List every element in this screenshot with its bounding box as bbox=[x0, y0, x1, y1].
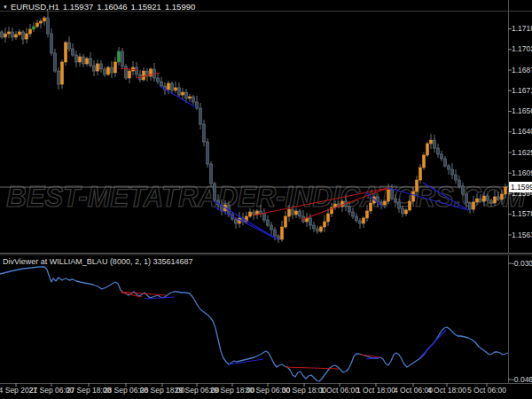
price-axis-label: 1.16095 bbox=[512, 169, 532, 177]
time-axis-label: 5 Oct 06:00 bbox=[467, 387, 506, 395]
ohlc-low: 1.15921 bbox=[131, 2, 161, 12]
symbol-ohlc-header: ▼EURUSD,H11.159371.160461.159211.15990 bbox=[3, 2, 199, 12]
time-axis-label: 4 Oct 18:00 bbox=[427, 387, 466, 395]
indicator-axis-label: -0.0303 bbox=[512, 260, 532, 268]
time-axis-label: 1 Oct 18:00 bbox=[356, 387, 395, 395]
indicator-title: DivViewer at WILLIAM_BLAU (8000, 2, 1) 3… bbox=[3, 257, 192, 266]
indicator-axis-label: -0.0462 bbox=[512, 376, 532, 384]
chart-canvas[interactable] bbox=[0, 0, 532, 399]
price-axis-label: 1.16405 bbox=[512, 128, 532, 136]
price-axis-label: 1.16250 bbox=[512, 149, 532, 157]
price-axis-label: 1.17180 bbox=[512, 25, 532, 33]
time-axis-label: 1 Oct 06:00 bbox=[320, 387, 359, 395]
price-axis-label: 1.16560 bbox=[512, 107, 532, 115]
ohlc-close: 1.15990 bbox=[165, 2, 195, 12]
price-axis-label: 1.16715 bbox=[512, 87, 532, 95]
mt4-chart-window: BEST-METATRADER-INDICATORS.COM ▼EURUSD,H… bbox=[0, 0, 532, 399]
price-axis-label: 1.16870 bbox=[512, 66, 532, 74]
symbol-dropdown-icon[interactable]: ▼ bbox=[3, 4, 8, 10]
ohlc-high: 1.16046 bbox=[97, 2, 127, 12]
price-axis-label: 1.17025 bbox=[512, 45, 532, 53]
symbol-label: EURUSD,H1 bbox=[11, 2, 59, 12]
price-axis-label: 1.15785 bbox=[512, 210, 532, 218]
price-axis-label: 1.15630 bbox=[512, 231, 532, 239]
ohlc-open: 1.15937 bbox=[63, 2, 93, 12]
current-price-tag: 1.15990 bbox=[509, 182, 532, 192]
